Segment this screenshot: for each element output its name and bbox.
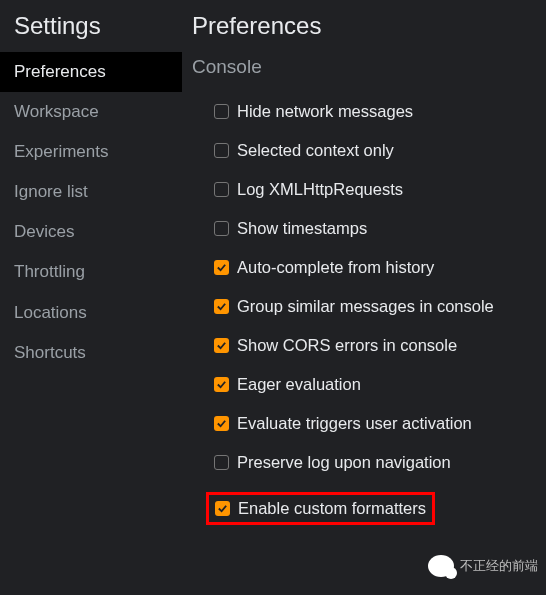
checkbox-icon[interactable] [214,455,229,470]
option-label: Group similar messages in console [237,297,494,316]
watermark-text: 不正经的前端 [460,557,538,575]
sidebar-item-shortcuts[interactable]: Shortcuts [0,333,182,373]
page-title: Preferences [192,6,546,56]
option-label: Auto-complete from history [237,258,434,277]
option-label: Eager evaluation [237,375,361,394]
option-show-cors-errors[interactable]: Show CORS errors in console [214,326,546,365]
checkbox-icon[interactable] [214,221,229,236]
option-label: Log XMLHttpRequests [237,180,403,199]
checkbox-checked-icon[interactable] [214,299,229,314]
settings-sidebar: Settings Preferences Workspace Experimen… [0,0,182,595]
option-label: Show CORS errors in console [237,336,457,355]
section-title: Console [192,56,546,92]
option-autocomplete-from-history[interactable]: Auto-complete from history [214,248,546,287]
option-hide-network-messages[interactable]: Hide network messages [214,92,546,131]
main-panel: Preferences Console Hide network message… [182,0,546,595]
sidebar-item-workspace[interactable]: Workspace [0,92,182,132]
option-log-xmlhttprequests[interactable]: Log XMLHttpRequests [214,170,546,209]
option-eager-evaluation[interactable]: Eager evaluation [214,365,546,404]
option-evaluate-triggers-user-activation[interactable]: Evaluate triggers user activation [214,404,546,443]
checkbox-icon[interactable] [214,143,229,158]
checkbox-checked-icon[interactable] [214,260,229,275]
sidebar-item-experiments[interactable]: Experiments [0,132,182,172]
checkbox-checked-icon[interactable] [214,416,229,431]
sidebar-item-devices[interactable]: Devices [0,212,182,252]
sidebar-item-locations[interactable]: Locations [0,293,182,333]
option-label: Evaluate triggers user activation [237,414,472,433]
options-list: Hide network messages Selected context o… [192,92,546,535]
option-label: Enable custom formatters [238,499,426,518]
option-group-similar-messages[interactable]: Group similar messages in console [214,287,546,326]
wechat-icon [428,555,454,577]
sidebar-title: Settings [0,6,182,52]
checkbox-checked-icon[interactable] [214,377,229,392]
sidebar-item-ignore-list[interactable]: Ignore list [0,172,182,212]
sidebar-item-preferences[interactable]: Preferences [0,52,182,92]
option-selected-context-only[interactable]: Selected context only [214,131,546,170]
option-label: Preserve log upon navigation [237,453,451,472]
option-label: Show timestamps [237,219,367,238]
option-label: Hide network messages [237,102,413,121]
sidebar-item-throttling[interactable]: Throttling [0,252,182,292]
option-label: Selected context only [237,141,394,160]
watermark: 不正经的前端 [428,555,538,577]
option-show-timestamps[interactable]: Show timestamps [214,209,546,248]
checkbox-checked-icon[interactable] [214,338,229,353]
checkbox-icon[interactable] [214,104,229,119]
option-preserve-log[interactable]: Preserve log upon navigation [214,443,546,482]
highlight-box: Enable custom formatters [206,492,435,525]
checkbox-checked-icon[interactable] [215,501,230,516]
checkbox-icon[interactable] [214,182,229,197]
option-enable-custom-formatters[interactable]: Enable custom formatters [214,482,546,535]
